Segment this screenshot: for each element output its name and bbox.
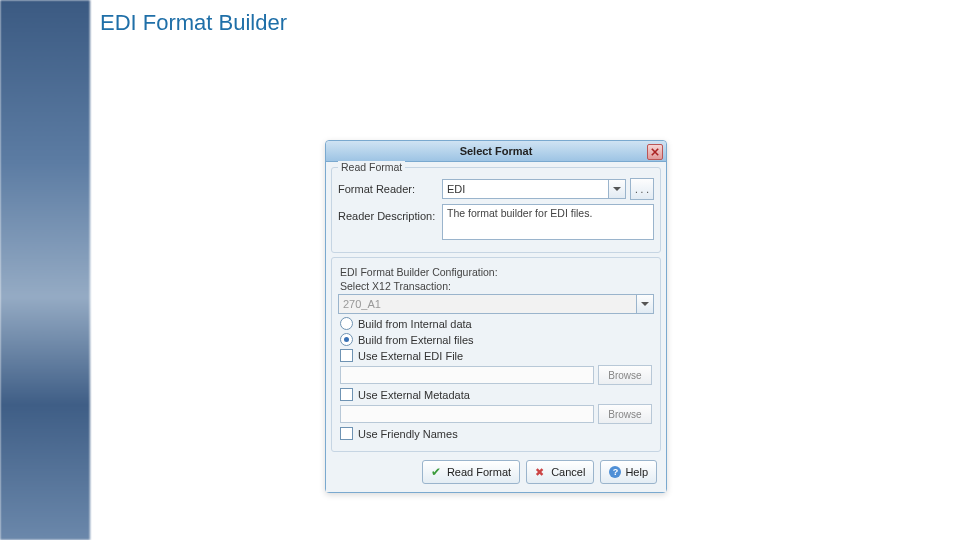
dialog-titlebar: Select Format xyxy=(326,141,666,162)
format-reader-combo[interactable]: EDI xyxy=(442,179,626,199)
config-fieldset: EDI Format Builder Configuration: Select… xyxy=(331,257,661,452)
external-metadata-path-input[interactable] xyxy=(340,405,594,423)
radio-icon xyxy=(340,333,353,346)
dialog-body: Read Format Format Reader: EDI . . . Rea… xyxy=(326,162,666,492)
check-use-friendly-names[interactable]: Use Friendly Names xyxy=(340,427,652,440)
format-reader-row: Format Reader: EDI . . . xyxy=(338,178,654,200)
radio-icon xyxy=(340,317,353,330)
reader-description-text[interactable]: The format builder for EDI files. xyxy=(442,204,654,240)
reader-description-label: Reader Description: xyxy=(338,204,438,222)
format-reader-label: Format Reader: xyxy=(338,183,438,195)
read-format-fieldset: Read Format Format Reader: EDI . . . Rea… xyxy=(331,167,661,253)
page-title: EDI Format Builder xyxy=(100,10,287,36)
read-format-button[interactable]: Read Format xyxy=(422,460,520,484)
check-icon xyxy=(431,466,443,478)
cancel-button[interactable]: Cancel xyxy=(526,460,594,484)
external-edi-path-input[interactable] xyxy=(340,366,594,384)
help-icon: ? xyxy=(609,466,621,478)
checkbox-icon xyxy=(340,388,353,401)
select-format-dialog: Select Format Read Format Format Reader:… xyxy=(325,140,667,493)
transaction-combo[interactable]: 270_A1 xyxy=(338,294,654,314)
checkbox-icon xyxy=(340,427,353,440)
check-use-external-metadata[interactable]: Use External Metadata xyxy=(340,388,652,401)
config-title: EDI Format Builder Configuration: xyxy=(340,266,654,278)
read-format-legend: Read Format xyxy=(338,161,405,173)
radio-build-external[interactable]: Build from External files xyxy=(340,333,652,346)
checkbox-icon xyxy=(340,349,353,362)
chevron-down-icon xyxy=(608,180,625,198)
cancel-icon xyxy=(535,466,547,478)
format-reader-value: EDI xyxy=(447,183,465,195)
slide-left-accent xyxy=(0,0,90,540)
transaction-value: 270_A1 xyxy=(343,298,381,310)
external-metadata-path-row: Browse xyxy=(340,404,652,424)
help-button[interactable]: ? Help xyxy=(600,460,657,484)
chevron-down-icon xyxy=(636,295,653,313)
reader-description-row: Reader Description: The format builder f… xyxy=(338,204,654,240)
dialog-title: Select Format xyxy=(460,145,533,157)
select-transaction-label: Select X12 Transaction: xyxy=(340,280,654,292)
radio-build-internal[interactable]: Build from Internal data xyxy=(340,317,652,330)
format-reader-browse-button[interactable]: . . . xyxy=(630,178,654,200)
dialog-button-bar: Read Format Cancel ? Help xyxy=(329,454,663,486)
external-edi-path-row: Browse xyxy=(340,365,652,385)
check-use-external-edi[interactable]: Use External EDI File xyxy=(340,349,652,362)
browse-external-edi-button[interactable]: Browse xyxy=(598,365,652,385)
close-button[interactable] xyxy=(647,144,663,160)
browse-external-metadata-button[interactable]: Browse xyxy=(598,404,652,424)
close-icon xyxy=(651,148,659,156)
